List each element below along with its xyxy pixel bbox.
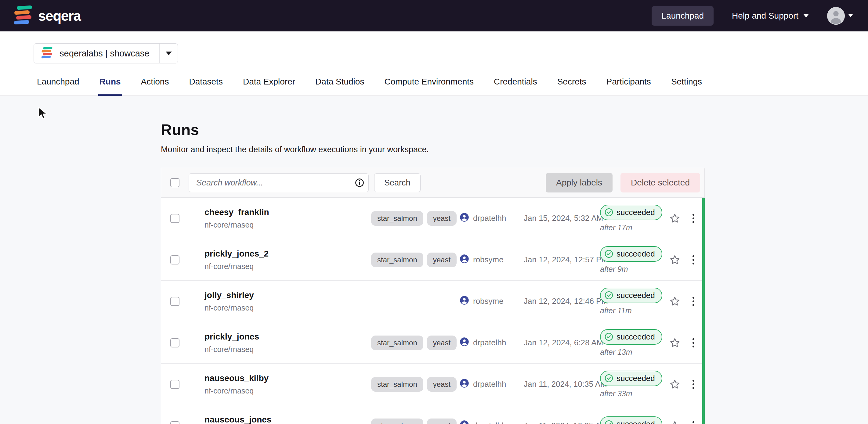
- row-menu-button[interactable]: [691, 213, 695, 224]
- row-menu-button[interactable]: [691, 337, 695, 349]
- run-row[interactable]: prickly_jones nf-core/rnaseq star_salmon…: [161, 322, 705, 364]
- delete-selected-button[interactable]: Delete selected: [620, 173, 700, 193]
- search-input[interactable]: [189, 173, 351, 192]
- avatar-icon: [827, 7, 845, 25]
- user-icon: [460, 420, 469, 424]
- tab-compute-environments[interactable]: Compute Environments: [383, 76, 475, 96]
- runs-list: cheesy_franklin nf-core/rnaseq star_salm…: [161, 198, 705, 424]
- run-name[interactable]: cheesy_franklin: [205, 207, 371, 217]
- tab-data-explorer[interactable]: Data Explorer: [242, 76, 296, 96]
- workspace-dropdown-toggle[interactable]: [159, 44, 178, 63]
- row-checkbox[interactable]: [170, 380, 180, 389]
- tab-credentials[interactable]: Credentials: [493, 76, 538, 96]
- row-checkbox[interactable]: [170, 338, 180, 348]
- run-name[interactable]: prickly_jones_2: [205, 249, 371, 259]
- run-name[interactable]: nauseous_jones: [205, 415, 371, 424]
- row-checkbox[interactable]: [170, 297, 180, 306]
- workspace-selector[interactable]: seqeralabs | showcase: [34, 43, 178, 63]
- tab-settings[interactable]: Settings: [670, 76, 703, 96]
- status-label: succeeded: [617, 249, 655, 259]
- row-checkbox[interactable]: [170, 214, 180, 223]
- apply-labels-button[interactable]: Apply labels: [546, 173, 613, 193]
- label-pill: yeast: [427, 335, 457, 350]
- row-checkbox[interactable]: [170, 255, 180, 264]
- tab-secrets[interactable]: Secrets: [556, 76, 588, 96]
- label-pill: star_salmon: [371, 377, 423, 392]
- help-and-support-menu[interactable]: Help and Support: [732, 11, 809, 21]
- row-menu-button[interactable]: [691, 254, 695, 266]
- star-button[interactable]: [669, 254, 680, 265]
- run-labels: star_salmonyeast: [371, 335, 460, 350]
- run-date: Jan 12, 2024, 12:57 PM: [524, 255, 600, 264]
- check-circle-icon: [604, 332, 614, 341]
- run-pipeline: nf-core/rnaseq: [205, 303, 371, 312]
- status-label: succeeded: [617, 291, 655, 300]
- tab-label: Launchpad: [37, 77, 79, 86]
- run-date: Jan 12, 2024, 6:28 AM: [524, 338, 600, 348]
- tab-label: Data Studios: [315, 77, 364, 86]
- user-avatar-menu[interactable]: [827, 7, 853, 25]
- launchpad-button[interactable]: Launchpad: [652, 6, 714, 26]
- page-title: Runs: [161, 121, 868, 139]
- run-date: Jan 11, 2024, 10:35 AM: [524, 380, 600, 389]
- status-badge: succeeded: [600, 370, 662, 386]
- workspace-label: seqeralabs | showcase: [60, 48, 149, 59]
- user-icon: [460, 337, 469, 349]
- label-pill: star_salmon: [371, 419, 423, 424]
- run-row[interactable]: nauseous_kilby nf-core/rnaseq star_salmo…: [161, 364, 705, 405]
- check-circle-icon: [604, 208, 614, 217]
- page-subtitle: Monitor and inspect the details of workf…: [161, 145, 868, 154]
- select-all-checkbox[interactable]: [170, 178, 180, 187]
- star-button[interactable]: [669, 379, 680, 390]
- run-duration: after 33m: [600, 389, 667, 398]
- help-and-support-label: Help and Support: [732, 11, 798, 21]
- tab-actions[interactable]: Actions: [140, 76, 170, 96]
- user-name: drpatelhh: [473, 214, 506, 223]
- main-content: Runs Monitor and inspect the details of …: [0, 96, 868, 424]
- row-menu-button[interactable]: [691, 379, 695, 390]
- user-name: drpatelhh: [473, 421, 506, 424]
- user-icon: [460, 213, 469, 224]
- workspace-icon: [41, 47, 53, 60]
- tab-label: Actions: [141, 77, 169, 86]
- run-duration: after 9m: [600, 265, 667, 273]
- tab-runs[interactable]: Runs: [98, 76, 122, 96]
- brand[interactable]: seqera: [14, 5, 81, 27]
- row-menu-button[interactable]: [691, 296, 695, 307]
- info-icon[interactable]: [351, 173, 368, 192]
- user-name: drpatelhh: [473, 380, 506, 389]
- star-button[interactable]: [669, 420, 680, 424]
- star-button[interactable]: [669, 296, 680, 307]
- label-pill: yeast: [427, 253, 457, 267]
- run-row[interactable]: cheesy_franklin nf-core/rnaseq star_salm…: [161, 198, 705, 239]
- tab-label: Compute Environments: [384, 77, 474, 86]
- search-button[interactable]: Search: [374, 173, 421, 192]
- run-name[interactable]: jolly_shirley: [205, 290, 371, 300]
- run-row[interactable]: jolly_shirley nf-core/rnaseq robsyme: [161, 281, 705, 322]
- tab-data-studios[interactable]: Data Studios: [314, 76, 365, 96]
- user-name: robsyme: [473, 255, 504, 264]
- run-name[interactable]: nauseous_kilby: [205, 373, 371, 383]
- status-badge: succeeded: [600, 329, 662, 345]
- tab-label: Runs: [99, 77, 121, 86]
- run-pipeline: nf-core/rnaseq: [205, 387, 371, 395]
- kebab-icon: [691, 254, 695, 266]
- tab-participants[interactable]: Participants: [605, 76, 652, 96]
- row-checkbox[interactable]: [170, 421, 180, 424]
- label-pill: yeast: [427, 419, 457, 424]
- run-row[interactable]: nauseous_jones nf-core/rnaseq star_salmo…: [161, 405, 705, 424]
- tab-launchpad[interactable]: Launchpad: [36, 76, 81, 96]
- user-name: drpatelhh: [473, 338, 506, 348]
- star-button[interactable]: [669, 337, 680, 348]
- check-circle-icon: [604, 420, 614, 424]
- user-name: robsyme: [473, 296, 504, 306]
- run-name[interactable]: prickly_jones: [205, 332, 371, 341]
- run-row[interactable]: prickly_jones_2 nf-core/rnaseq star_salm…: [161, 239, 705, 281]
- status-label: succeeded: [617, 374, 655, 383]
- tab-datasets[interactable]: Datasets: [188, 76, 224, 96]
- star-button[interactable]: [669, 213, 680, 224]
- run-date: Jan 12, 2024, 12:46 PM: [524, 296, 600, 306]
- run-labels: star_salmonyeast: [371, 253, 460, 267]
- star-icon: [669, 420, 680, 424]
- row-menu-button[interactable]: [691, 420, 695, 424]
